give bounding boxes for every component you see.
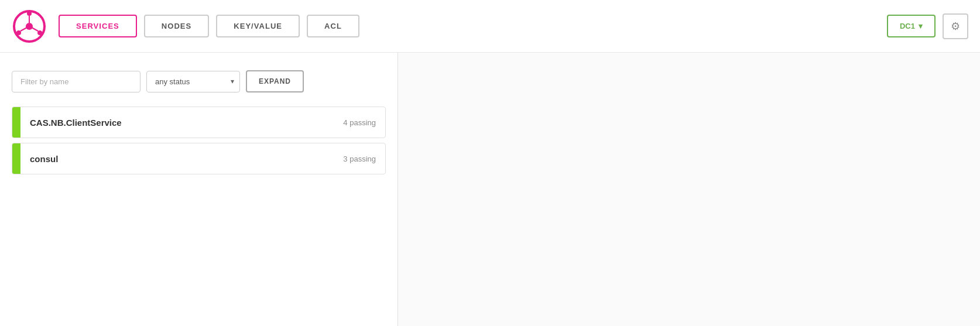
app-header: SERVICES NODES KEY/VALUE ACL DC1 ▾ ⚙ (0, 0, 980, 53)
tab-services[interactable]: SERVICES (59, 15, 137, 37)
service-passing-count: 3 passing (343, 155, 376, 163)
main-content: any status passing warning critical EXPA… (0, 53, 980, 326)
services-panel: any status passing warning critical EXPA… (0, 53, 398, 326)
search-input[interactable] (12, 71, 141, 92)
settings-button[interactable]: ⚙ (943, 13, 968, 39)
list-item[interactable]: CAS.NB.ClientService 4 passing (12, 107, 386, 138)
svg-point-3 (37, 30, 42, 35)
status-indicator (12, 107, 20, 138)
datacenter-selector[interactable]: DC1 ▾ (887, 15, 936, 37)
consul-logo (12, 9, 47, 44)
svg-line-7 (20, 28, 27, 31)
filter-bar: any status passing warning critical EXPA… (12, 70, 386, 92)
tab-nodes[interactable]: NODES (144, 15, 209, 37)
service-info: CAS.NB.ClientService 4 passing (20, 109, 385, 136)
service-list: CAS.NB.ClientService 4 passing consul 3 … (12, 107, 386, 174)
tab-acl[interactable]: ACL (307, 15, 359, 37)
expand-button[interactable]: EXPAND (246, 70, 304, 92)
svg-point-4 (16, 30, 21, 35)
service-name: consul (30, 154, 58, 164)
svg-point-2 (27, 11, 32, 16)
svg-line-6 (32, 28, 38, 31)
service-passing-count: 4 passing (343, 118, 376, 127)
status-select[interactable]: any status passing warning critical (146, 71, 240, 92)
detail-panel (398, 53, 980, 326)
svg-point-1 (26, 23, 33, 30)
service-info: consul 3 passing (20, 146, 385, 172)
gear-icon: ⚙ (951, 20, 960, 33)
header-right: DC1 ▾ ⚙ (887, 13, 968, 39)
list-item[interactable]: consul 3 passing (12, 143, 386, 174)
status-indicator (12, 143, 20, 174)
chevron-down-icon: ▾ (919, 22, 923, 30)
status-select-wrapper: any status passing warning critical (146, 71, 240, 92)
datacenter-label: DC1 (900, 22, 915, 30)
service-name: CAS.NB.ClientService (30, 118, 122, 128)
tab-keyvalue[interactable]: KEY/VALUE (216, 15, 300, 37)
nav-tabs: SERVICES NODES KEY/VALUE ACL (59, 15, 887, 37)
